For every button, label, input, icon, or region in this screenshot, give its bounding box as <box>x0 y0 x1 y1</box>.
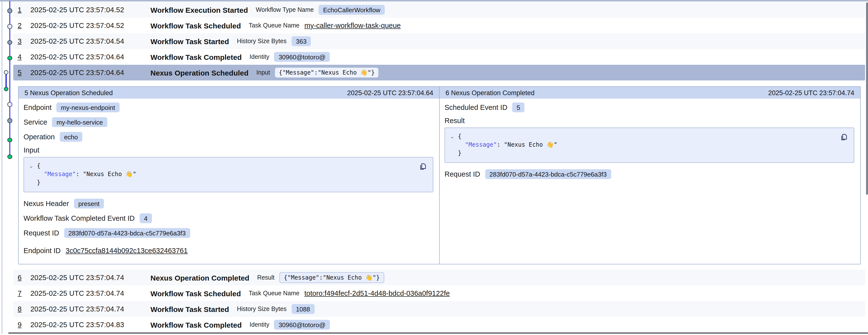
event-row-7[interactable]: 72025-02-25 UTC 23:57:04.74Workflow Task… <box>13 285 865 301</box>
detail-card-completed: 6 Nexus Operation Completed 2025-02-25 U… <box>440 87 860 264</box>
event-row-2[interactable]: 22025-02-25 UTC 23:57:04.52Workflow Task… <box>13 18 865 33</box>
event-timestamp: 2025-02-25 UTC 23:57:04.74 <box>30 274 151 282</box>
event-detail-label: Identity <box>249 53 269 60</box>
json-code-content: { "Message": "Nexus Echo 👋" } <box>37 162 136 187</box>
collapse-chevron-icon[interactable]: ⌄ <box>29 162 33 170</box>
event-id-link[interactable]: 6 <box>18 274 30 282</box>
detail-field-label: Scheduled Event ID <box>444 104 507 111</box>
event-id-link[interactable]: 4 <box>18 53 30 61</box>
detail-field-row: Endpoint ID3c0c75ccfa8144b092c13ce632463… <box>24 243 433 258</box>
event-timestamp: 2025-02-25 UTC 23:57:04.54 <box>30 37 151 45</box>
event-timestamp: 2025-02-25 UTC 23:57:04.74 <box>30 289 151 297</box>
detail-value-link[interactable]: my-caller-workflow-task-queue <box>304 22 401 29</box>
event-name: Workflow Task Scheduled <box>151 289 241 298</box>
detail-field-label: Endpoint <box>24 104 52 111</box>
event-row-3[interactable]: 32025-02-25 UTC 23:57:04.54Workflow Task… <box>13 33 865 49</box>
event-name: Workflow Execution Started <box>151 6 248 14</box>
detail-card-body: Endpointmy-nexus-endpointServicemy-hello… <box>19 99 439 264</box>
event-timestamp: 2025-02-25 UTC 23:57:04.83 <box>30 321 151 329</box>
event-name: Workflow Task Completed <box>151 53 242 61</box>
event-id-link[interactable]: 3 <box>18 37 30 45</box>
event-name: Nexus Operation Completed <box>151 274 249 282</box>
event-timestamp: 2025-02-25 UTC 23:57:04.64 <box>30 69 151 77</box>
detail-value-link[interactable]: totoro:f494fecf-2d51-4d48-bdcd-036a0f912… <box>304 289 450 297</box>
timeline-marker-neutral <box>8 40 12 45</box>
event-detail-label: Identity <box>249 321 269 328</box>
detail-card-header: 5 Nexus Operation Scheduled 2025-02-25 U… <box>19 87 439 99</box>
event-rows-top: 12025-02-25 UTC 23:57:04.52Workflow Exec… <box>0 2 868 80</box>
timeline-marker-completed <box>4 87 8 91</box>
event-id-link[interactable]: 9 <box>18 321 30 329</box>
event-detail-label: Result <box>257 274 275 281</box>
event-name: Workflow Task Scheduled <box>151 21 241 30</box>
event-timeline <box>0 0 15 167</box>
detail-card-body: Scheduled Event ID5Result⌄{ "Message": "… <box>440 99 860 264</box>
detail-value-badge: my-nexus-endpoint <box>57 103 120 112</box>
detail-card-scheduled: 5 Nexus Operation Scheduled 2025-02-25 U… <box>19 87 440 264</box>
detail-card-timestamp: 2025-02-25 UTC 23:57:04.64 <box>347 89 433 96</box>
detail-card-header: 6 Nexus Operation Completed 2025-02-25 U… <box>440 87 860 99</box>
event-id-link[interactable]: 8 <box>18 305 30 313</box>
detail-field-row: Endpointmy-nexus-endpoint <box>24 100 433 115</box>
detail-value-code-chip: {"Message":"Nexus Echo 👋"} <box>275 68 379 78</box>
event-detail-label: Task Queue Name <box>249 290 300 297</box>
event-timestamp: 2025-02-25 UTC 23:57:04.52 <box>30 22 151 29</box>
detail-field-label: Nexus Header <box>24 200 69 207</box>
event-detail-label: History Size Bytes <box>237 306 287 312</box>
detail-field-label: Service <box>24 118 47 126</box>
detail-field-row: Request ID283fd070-d57a-4423-bdca-c5c779… <box>444 167 854 182</box>
detail-value-badge: echo <box>60 132 82 142</box>
detail-value-badge: present <box>74 199 104 208</box>
detail-value-code-chip: {"Message":"Nexus Echo 👋"} <box>279 272 384 283</box>
detail-card-timestamp: 2025-02-25 UTC 23:57:04.74 <box>768 89 854 96</box>
event-timestamp: 2025-02-25 UTC 23:57:04.52 <box>30 6 151 14</box>
event-name: Workflow Task Completed <box>151 320 242 329</box>
detail-field-row: Scheduled Event ID5 <box>444 100 854 115</box>
event-history-page: 12025-02-25 UTC 23:57:04.52Workflow Exec… <box>0 0 868 335</box>
detail-field-row: Operationecho <box>24 130 433 144</box>
event-row-6[interactable]: 62025-02-25 UTC 23:57:04.74Nexus Operati… <box>13 270 865 285</box>
collapse-chevron-icon[interactable]: ⌄ <box>450 133 454 141</box>
detail-value-link[interactable]: 3c0c75ccfa8144b092c13ce632463761 <box>66 247 188 255</box>
timeline-marker-completed <box>8 155 12 159</box>
detail-field-row: Servicemy-hello-service <box>24 115 433 130</box>
detail-value-badge: 4 <box>140 213 152 223</box>
event-row-1[interactable]: 12025-02-25 UTC 23:57:04.52Workflow Exec… <box>13 2 865 18</box>
copy-icon[interactable] <box>418 162 427 171</box>
detail-field-label: Operation <box>24 133 55 141</box>
detail-field-label: Request ID <box>444 170 480 178</box>
event-name: Nexus Operation Scheduled <box>151 68 248 77</box>
event-row-4[interactable]: 42025-02-25 UTC 23:57:04.64Workflow Task… <box>13 49 865 65</box>
event-detail-label: History Size Bytes <box>237 38 287 45</box>
json-key: "Message" <box>44 171 76 177</box>
detail-card-title: 6 Nexus Operation Completed <box>445 89 534 96</box>
event-row-8[interactable]: 82025-02-25 UTC 23:57:04.74Workflow Task… <box>13 301 865 317</box>
detail-value-badge: 30960@totoro@ <box>274 52 330 62</box>
detail-value-badge: 283fd070-d57a-4423-bdca-c5c779e6a3f3 <box>64 228 190 238</box>
event-rows-bottom: 62025-02-25 UTC 23:57:04.74Nexus Operati… <box>0 270 868 333</box>
detail-value-badge: 363 <box>291 36 311 46</box>
detail-value-badge: 5 <box>512 103 524 112</box>
event-id-link[interactable]: 1 <box>18 6 30 14</box>
timeline-marker-neutral <box>8 118 12 123</box>
timeline-marker-completed <box>8 138 12 142</box>
json-code-content: { "Message": "Nexus Echo 👋" } <box>458 133 557 158</box>
detail-field-row: Result <box>444 115 854 127</box>
timeline-marker-scheduled <box>4 70 8 75</box>
timeline-marker-scheduled <box>8 102 12 107</box>
event-detail-label: Input <box>256 69 270 76</box>
detail-field-label: Result <box>444 117 465 124</box>
vertical-scrollbar-thumb[interactable] <box>866 2 868 195</box>
event-row-5[interactable]: 52025-02-25 UTC 23:57:04.64Nexus Operati… <box>13 65 865 80</box>
event-id-link[interactable]: 7 <box>18 289 30 297</box>
event-id-link[interactable]: 5 <box>18 69 30 77</box>
detail-field-label: Request ID <box>24 229 59 237</box>
detail-value-badge: 1088 <box>291 304 314 314</box>
copy-icon[interactable] <box>840 133 848 141</box>
json-key: "Message" <box>465 141 497 148</box>
detail-card-title: 5 Nexus Operation Scheduled <box>25 89 113 96</box>
event-row-9[interactable]: 92025-02-25 UTC 23:57:04.83Workflow Task… <box>13 317 865 333</box>
event-id-link[interactable]: 2 <box>18 22 30 29</box>
event-detail-panel: 5 Nexus Operation Scheduled 2025-02-25 U… <box>18 86 861 264</box>
timeline-marker-scheduled <box>8 24 12 29</box>
